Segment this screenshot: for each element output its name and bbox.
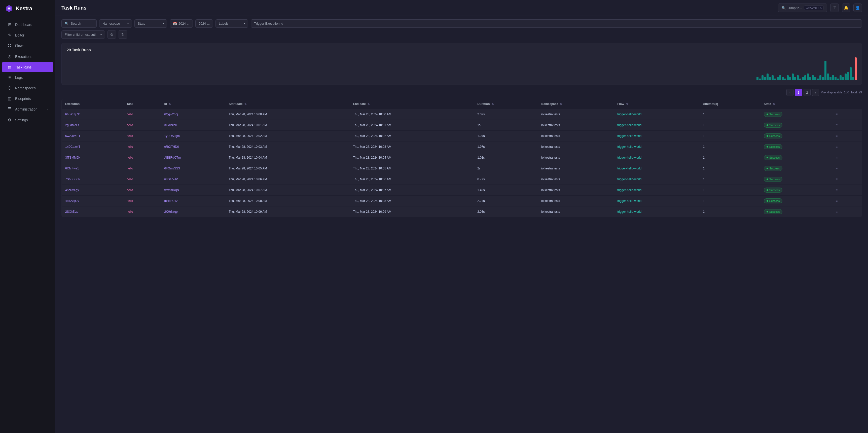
cell-execution-4[interactable]: 3fTSMM5N [62,152,123,163]
cell-id-8[interactable]: mkidnU1z [161,195,225,207]
notifications-button[interactable]: 🔔 [842,3,850,12]
col-id[interactable]: Id ⇅ [161,99,225,109]
task-runs-icon: ▤ [7,65,12,69]
sidebar-item-dashboard[interactable]: ⊞ Dashboard [2,20,53,30]
cell-action-1[interactable]: ≡ [831,120,862,131]
cell-execution-6[interactable]: 7SoSSS6P [62,174,123,185]
sidebar-item-blueprints[interactable]: ◫ Blueprints [2,93,53,104]
cell-id-2[interactable]: 1yUDS9gm [161,131,225,142]
col-end-date[interactable]: End date ⇅ [349,99,474,109]
sidebar-item-executions[interactable]: ◷ Executions [2,51,53,62]
refresh-button[interactable]: ↻ [119,30,127,39]
cell-execution-2[interactable]: 5w2UWFIT [62,131,123,142]
chart-bar-36 [847,72,849,80]
sidebar-item-task-runs[interactable]: ▤ Task Runs [2,62,53,72]
cell-action-9[interactable]: ≡ [831,207,862,217]
cell-id-9[interactable]: 2KHrNrqp [161,207,225,217]
state-filter[interactable]: State ▾ [134,20,167,28]
cell-id-3[interactable]: eRrX7HD6 [161,142,225,152]
table-header-row: Execution Task Id ⇅ Start date ⇅ End dat… [62,99,862,109]
cell-execution-3[interactable]: 1xDCbzmT [62,142,123,152]
cell-action-4[interactable]: ≡ [831,152,862,163]
sidebar-item-namespaces[interactable]: ⬡ Namespaces [2,83,53,93]
chart-bar-30 [832,75,834,80]
page-1-button[interactable]: 1 [795,89,802,96]
cell-flow-8[interactable]: trigger-hello-world [614,195,699,207]
cell-id-7[interactable]: wtxnmRqN [161,185,225,195]
cell-flow-7[interactable]: trigger-hello-world [614,185,699,195]
chart-bar-38 [852,77,854,80]
chart-bar-1 [759,79,761,80]
cell-duration-3: 1.97s [474,142,538,152]
col-state[interactable]: State ⇅ [760,99,831,109]
cell-task-0: hello [123,109,161,120]
cell-state-6: Success [760,174,831,185]
col-namespace[interactable]: Namespace ⇅ [538,99,614,109]
sidebar-item-label: Executions [15,55,32,59]
page-2-button[interactable]: 2 [804,89,811,96]
next-page-button[interactable]: › [812,89,819,96]
cell-execution-8[interactable]: 4d42vqCV [62,195,123,207]
namespace-filter[interactable]: Namespace ▾ [99,20,132,28]
search-icon: 🔍 [65,22,69,25]
sidebar-item-settings[interactable]: ⚙ Settings [2,115,53,125]
cell-action-2[interactable]: ≡ [831,131,862,142]
chart-bar-2 [762,75,764,80]
user-profile-button[interactable]: 👤 [854,3,862,12]
cell-id-1[interactable]: 3OoINib0 [161,120,225,131]
sidebar-item-flows[interactable]: Flows [2,40,53,51]
jump-to-button[interactable]: 🔍 Jump to... Ctrl/Cmd + K [778,3,827,12]
cell-flow-6[interactable]: trigger-hello-world [614,174,699,185]
cell-flow-9[interactable]: trigger-hello-world [614,207,699,217]
cell-start-date-5: Thu, Mar 28, 2024 10:05 AM [225,163,349,174]
cell-duration-2: 1.94s [474,131,538,142]
col-task: Task [123,99,161,109]
sidebar-item-administration[interactable]: Administration › [2,104,53,115]
prev-page-button[interactable]: ‹ [786,89,794,96]
cell-action-5[interactable]: ≡ [831,163,862,174]
cell-execution-9[interactable]: 2SXhEize [62,207,123,217]
chart-bar-14 [792,73,794,80]
cell-execution-5[interactable]: 6fGcFwa1 [62,163,123,174]
cell-execution-7[interactable]: 45zDvXgy [62,185,123,195]
cell-execution-1[interactable]: 2g8dMcEr [62,120,123,131]
cell-action-3[interactable]: ≡ [831,142,862,152]
cell-action-8[interactable]: ≡ [831,195,862,207]
logo-area[interactable]: Kestra [0,0,55,17]
help-button[interactable]: ? [830,3,839,12]
cell-action-6[interactable]: ≡ [831,174,862,185]
chart-bar-34 [842,77,844,80]
cell-execution-0[interactable]: 6hBe1qRX [62,109,123,120]
sidebar-item-editor[interactable]: ✎ Editor [2,30,53,40]
trigger-execution-placeholder: Trigger Execution Id [254,22,283,25]
labels-filter[interactable]: Labels ▾ [216,20,248,28]
cell-id-0[interactable]: 6Qgw2obj [161,109,225,120]
cell-flow-2[interactable]: trigger-hello-world [614,131,699,142]
filter-children-dropdown[interactable]: Filter children executi... ▾ [61,30,105,39]
cell-id-5[interactable]: 6FGmvSS3 [161,163,225,174]
date-end-filter[interactable]: 2024-... [195,20,213,28]
row-menu-icon: ≡ [835,123,839,128]
col-duration[interactable]: Duration ⇅ [474,99,538,109]
col-start-date[interactable]: Start date ⇅ [225,99,349,109]
cell-action-7[interactable]: ≡ [831,185,862,195]
cell-id-4[interactable]: AEBRdCTm [161,152,225,163]
cell-attempts-0: 1 [699,109,760,120]
cell-flow-5[interactable]: trigger-hello-world [614,163,699,174]
search-input[interactable]: 🔍 Search [61,20,97,28]
trigger-execution-input[interactable]: Trigger Execution Id [251,20,862,28]
date-start-filter[interactable]: 📅 2024-... [170,20,193,28]
col-flow[interactable]: Flow ⇅ [614,99,699,109]
cell-flow-1[interactable]: trigger-hello-world [614,120,699,131]
cell-flow-4[interactable]: trigger-hello-world [614,152,699,163]
max-displayable-label: Max displayable: 100 [821,91,849,94]
cell-id-6[interactable]: n8GsIVJP [161,174,225,185]
main-content: Task Runs 🔍 Jump to... Ctrl/Cmd + K ? 🔔 … [55,0,868,433]
sidebar-item-logs[interactable]: ≡ Logs [2,72,53,83]
clear-filters-button[interactable]: ⊘ [107,30,116,39]
cell-state-0: Success [760,109,831,120]
cell-flow-3[interactable]: trigger-hello-world [614,142,699,152]
table-row: 7SoSSS6P hello n8GsIVJP Thu, Mar 28, 202… [62,174,862,185]
cell-flow-0[interactable]: trigger-hello-world [614,109,699,120]
cell-action-0[interactable]: ≡ [831,109,862,120]
